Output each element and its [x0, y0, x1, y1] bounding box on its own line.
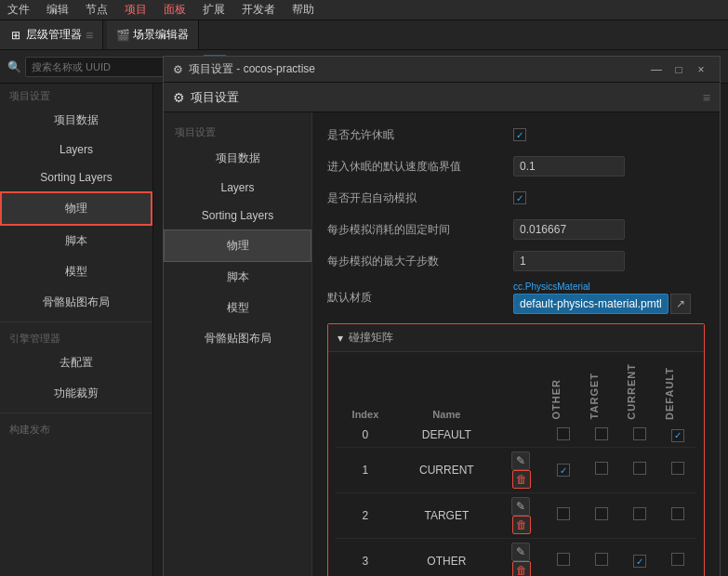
settings-header: ⚙ 项目设置 ≡	[164, 84, 720, 112]
layer-manager-tab[interactable]: ⊞ 层级管理器 ≡	[0, 20, 103, 49]
matrix-cell-check-target	[583, 492, 621, 538]
sidebar-section-project: 项目设置	[0, 84, 152, 105]
matrix-content: Index Name OTHER TARGET CURRENT DEFAULT	[328, 352, 704, 576]
main-content: ⚙ 项目设置 - cocos-practise — □ × ⚙ 项目设置 ≡	[153, 84, 728, 576]
matrix-edit-button[interactable]: ✎	[511, 452, 530, 470]
settings-body: 项目设置 项目数据 Layers Sorting Layers 物理 脚本 模型…	[164, 112, 720, 576]
sidebar-item-feature-crop[interactable]: 功能裁剪	[0, 378, 152, 409]
table-row: 3 OTHER ✎ 🗑	[336, 538, 696, 576]
menu-help[interactable]: 帮助	[288, 2, 318, 18]
matrix-edit-button[interactable]: ✎	[511, 543, 530, 561]
setting-row-fixed-timestep: 每步模拟消耗的固定时间	[327, 218, 705, 241]
fixed-timestep-input[interactable]	[513, 219, 625, 240]
matrix-cell-check-current	[620, 492, 658, 538]
layer-manager-label: 层级管理器	[26, 27, 82, 43]
sidebar-item-physics[interactable]: 物理	[0, 191, 152, 226]
sleep-threshold-label: 进入休眠的默认速度临界值	[327, 159, 513, 175]
matrix-cell-actions: ✎ 🗑	[498, 538, 545, 576]
nav-item-layers[interactable]: Layers	[164, 174, 311, 202]
matrix-th-default: DEFAULT	[658, 360, 696, 424]
matrix-cell-check-default	[658, 447, 696, 492]
nav-item-model[interactable]: 模型	[164, 293, 311, 323]
sidebar: 项目设置 项目数据 Layers Sorting Layers 物理 脚本 模型…	[0, 84, 153, 576]
table-row: 1 CURRENT ✎ 🗑	[336, 447, 696, 492]
menu-project[interactable]: 项目	[121, 2, 151, 18]
matrix-cell-check-target	[583, 447, 621, 492]
setting-row-default-material: 默认材质 cc.PhysicsMaterial default-physics-…	[327, 281, 705, 314]
scene-editor-label: 场景编辑器	[133, 27, 189, 43]
matrix-header-row: Index Name OTHER TARGET CURRENT DEFAULT	[336, 360, 696, 424]
matrix-delete-button[interactable]: 🗑	[512, 561, 531, 576]
menu-bar: 文件 编辑 节点 项目 面板 扩展 开发者 帮助	[0, 0, 728, 20]
scene-editor-tab[interactable]: 🎬 场景编辑器	[107, 20, 199, 49]
settings-content: 是否允许休眠 进入休眠的默认速度临界值 是否开启自动模拟	[312, 112, 720, 576]
nav-item-physics[interactable]: 物理	[164, 229, 311, 262]
matrix-cell-check-target	[583, 424, 621, 448]
matrix-table: Index Name OTHER TARGET CURRENT DEFAULT	[336, 360, 696, 576]
matrix-cell-check-default	[658, 538, 696, 576]
menu-panel[interactable]: 面板	[160, 2, 190, 18]
matrix-cell-check-current	[620, 538, 658, 576]
nav-item-scripts[interactable]: 脚本	[164, 262, 311, 293]
material-value: default-physics-material.pmtl	[513, 294, 668, 314]
matrix-cell-index: 0	[336, 424, 395, 448]
matrix-cell-index: 1	[336, 447, 395, 492]
settings-menu-icon[interactable]: ≡	[703, 90, 710, 105]
search-icon: 🔍	[7, 60, 21, 73]
menu-node[interactable]: 节点	[82, 2, 112, 18]
matrix-delete-button[interactable]: 🗑	[512, 470, 531, 489]
matrix-cell-check-current	[620, 447, 658, 492]
layers-icon: ⊞	[9, 29, 22, 42]
matrix-delete-button[interactable]: 🗑	[512, 516, 531, 534]
sidebar-section-extension: 引擎管理器	[0, 326, 152, 347]
nav-section-project: 项目设置	[164, 122, 311, 143]
auto-sim-checkbox[interactable]	[513, 191, 526, 204]
nav-item-sorting-layers[interactable]: Sorting Layers	[164, 202, 311, 229]
panel-menu-icon[interactable]: ≡	[86, 28, 93, 43]
auto-sim-label: 是否开启自动模拟	[327, 190, 513, 206]
matrix-cell-check-default	[658, 424, 696, 448]
sidebar-item-layers[interactable]: Layers	[0, 136, 152, 164]
sidebar-item-project-data[interactable]: 项目数据	[0, 105, 152, 136]
sidebar-item-skeleton[interactable]: 骨骼贴图布局	[0, 287, 152, 318]
table-row: 0 DEFAULT	[336, 424, 696, 448]
sidebar-divider-2	[0, 412, 152, 413]
matrix-cell-name: DEFAULT	[395, 424, 498, 448]
sidebar-item-sorting-layers[interactable]: Sorting Layers	[0, 164, 152, 191]
menu-edit[interactable]: 编辑	[43, 2, 73, 18]
matrix-th-spacer	[498, 360, 545, 424]
nav-item-skeleton[interactable]: 骨骼贴图布局	[164, 323, 311, 354]
nav-item-project-data[interactable]: 项目数据	[164, 143, 311, 174]
search-input[interactable]	[25, 57, 166, 77]
matrix-cell-name: TARGET	[395, 492, 498, 538]
menu-extend[interactable]: 扩展	[199, 2, 229, 18]
matrix-edit-button[interactable]: ✎	[511, 497, 530, 516]
matrix-th-current: CURRENT	[620, 360, 658, 424]
sidebar-divider	[0, 321, 152, 322]
sleep-checkbox[interactable]	[513, 128, 526, 141]
sidebar-item-config[interactable]: 去配置	[0, 347, 152, 378]
sleep-threshold-input[interactable]	[513, 156, 625, 177]
matrix-cell-name: OTHER	[395, 538, 498, 576]
matrix-cell-check-other	[545, 492, 583, 538]
main-layout: 项目设置 项目数据 Layers Sorting Layers 物理 脚本 模型…	[0, 84, 728, 576]
max-substep-input[interactable]	[513, 251, 625, 271]
settings-title: ⚙ 项目设置	[173, 89, 239, 106]
matrix-cell-check-default	[658, 492, 696, 538]
menu-devtools[interactable]: 开发者	[238, 2, 279, 18]
collision-matrix-section: ▾ 碰撞矩阵 Index Name OTHER	[327, 323, 705, 576]
sidebar-item-model[interactable]: 模型	[0, 256, 152, 287]
matrix-header[interactable]: ▾ 碰撞矩阵	[328, 324, 704, 352]
settings-dialog: ⚙ 项目设置 - cocos-practise — □ × ⚙ 项目设置 ≡	[163, 84, 721, 576]
default-material-label: 默认材质	[327, 290, 513, 306]
setting-row-sleep-threshold: 进入休眠的默认速度临界值	[327, 155, 705, 177]
menu-file[interactable]: 文件	[4, 2, 33, 18]
matrix-th-index: Index	[336, 360, 395, 424]
matrix-header-label: 碰撞矩阵	[349, 330, 393, 346]
material-select-button[interactable]: ↗	[670, 294, 691, 314]
sidebar-item-scripts[interactable]: 脚本	[0, 226, 152, 256]
matrix-th-target: TARGET	[583, 360, 621, 424]
fixed-timestep-label: 每步模拟消耗的固定时间	[327, 222, 513, 238]
setting-row-auto-sim: 是否开启自动模拟	[327, 187, 705, 209]
matrix-cell-actions: ✎ 🗑	[498, 447, 545, 492]
